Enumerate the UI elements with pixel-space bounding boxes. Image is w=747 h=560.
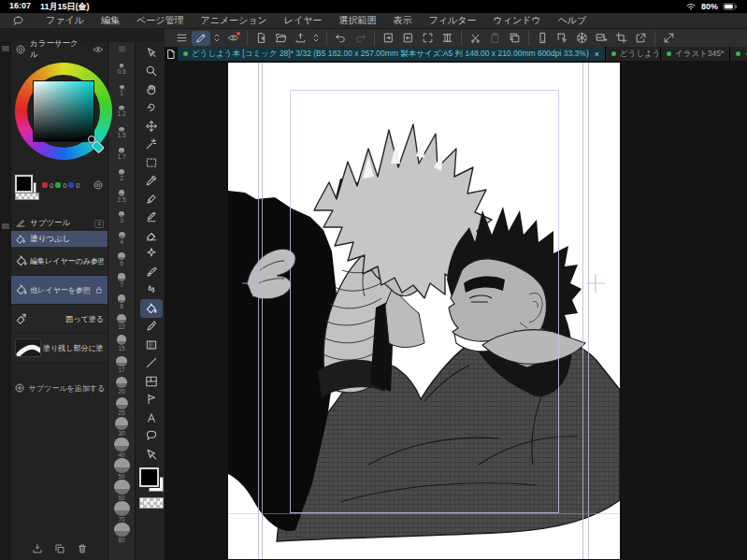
eye-toggle-icon[interactable] xyxy=(93,44,104,55)
transparent-color-swatch[interactable] xyxy=(139,497,164,509)
tool-operation[interactable] xyxy=(140,44,163,63)
export-icon[interactable] xyxy=(291,31,309,46)
crop-frame-icon[interactable] xyxy=(418,31,437,46)
tab-active-document[interactable]: どうしよう本 [コミック 28]* 3/32 (B5 182.00 x 257.… xyxy=(178,47,606,61)
brush-size-2[interactable]: 2 xyxy=(119,160,124,181)
device-icon[interactable] xyxy=(533,31,552,46)
toolstrip-color-swatch[interactable] xyxy=(139,467,164,492)
hue-marker[interactable] xyxy=(91,140,105,154)
add-subtool-button[interactable]: サブツールを追加する xyxy=(11,376,108,400)
tool-decoration[interactable] xyxy=(140,245,163,264)
menu-item-選択範囲[interactable]: 選択範囲 xyxy=(331,13,385,28)
tool-frame[interactable] xyxy=(140,372,163,391)
menu-item-アニメーション[interactable]: アニメーション xyxy=(192,13,275,28)
menu-item-ページ管理[interactable]: ページ管理 xyxy=(128,13,192,28)
menu-item-ファイル[interactable]: ファイル xyxy=(37,13,93,28)
tool-gradient[interactable] xyxy=(140,336,163,354)
new-page-icon[interactable] xyxy=(251,31,270,46)
brush-size-1[interactable]: 1 xyxy=(120,75,124,96)
updown-chevron-icon[interactable] xyxy=(310,31,322,46)
undo-icon[interactable] xyxy=(331,31,350,46)
foreground-background-swatch[interactable] xyxy=(15,175,36,195)
add-image-icon[interactable] xyxy=(592,31,611,46)
brush-size-60[interactable]: 60 xyxy=(114,480,130,501)
saturation-value-square[interactable] xyxy=(34,81,93,141)
tool-eyedropper[interactable] xyxy=(140,172,163,191)
brush-size-30[interactable]: 30 xyxy=(115,416,128,438)
tool-move[interactable] xyxy=(140,117,163,136)
tool-text[interactable] xyxy=(140,409,163,427)
brush-size-20[interactable]: 20 xyxy=(116,373,127,395)
tab-2[interactable]: イラスト346* xyxy=(730,47,747,61)
tool-figure[interactable] xyxy=(140,354,163,373)
menu-item-編集[interactable]: 編集 xyxy=(93,13,128,28)
next-page-icon[interactable] xyxy=(379,31,397,46)
brush-size-15[interactable]: 15 xyxy=(117,330,127,352)
tool-polyline[interactable] xyxy=(140,391,163,409)
tool-brush[interactable] xyxy=(140,263,163,281)
tab-1[interactable]: イラスト345* xyxy=(661,47,730,61)
brush-size-12[interactable]: 12 xyxy=(117,309,126,331)
brush-size-6[interactable]: 6 xyxy=(118,245,125,266)
tool-grab[interactable] xyxy=(140,99,163,118)
color-wheel[interactable] xyxy=(11,57,108,171)
prev-page-icon[interactable] xyxy=(398,31,417,46)
share-icon[interactable] xyxy=(631,31,650,46)
brush-size-1.7[interactable]: 1.7 xyxy=(117,138,125,160)
duplicate-icon[interactable] xyxy=(54,543,65,554)
tool-zoom[interactable] xyxy=(140,63,163,81)
tool-pen[interactable] xyxy=(140,190,163,208)
brush-size-17[interactable]: 17 xyxy=(116,352,126,373)
gesture-eye-icon[interactable] xyxy=(223,31,242,46)
edit-pen-icon[interactable] xyxy=(192,31,210,46)
paste-icon[interactable] xyxy=(485,31,504,46)
menu-item-表示[interactable]: 表示 xyxy=(385,13,421,28)
tool-fill[interactable] xyxy=(140,299,163,318)
menu-item-レイヤー[interactable]: レイヤー xyxy=(276,13,331,28)
subtool-item-2[interactable]: 囲って塗る xyxy=(11,305,108,334)
brush-size-4[interactable]: 4 xyxy=(119,223,125,245)
brush-size-70[interactable]: 70 xyxy=(114,501,130,523)
subtool-item-1[interactable]: 他レイヤーを参照 xyxy=(11,276,108,305)
menu-item-ウィンドウ[interactable]: ウィンドウ xyxy=(484,13,549,28)
brush-size-80[interactable]: 80 xyxy=(114,523,130,544)
app-logo-icon[interactable] xyxy=(7,14,28,27)
brush-size-40[interactable]: 40 xyxy=(114,437,129,458)
tool-stream-line[interactable] xyxy=(140,445,163,464)
panel-drag-handle-icon[interactable] xyxy=(0,42,11,55)
subtool-item-3[interactable]: 塗り残し部分に塗る xyxy=(11,334,108,363)
menu-item-フィルター[interactable]: フィルター xyxy=(421,13,485,28)
deselect-icon[interactable] xyxy=(553,31,571,46)
tool-hand[interactable] xyxy=(140,80,163,99)
menu-item-ヘルプ[interactable]: ヘルプ xyxy=(550,13,596,28)
brush-size-0.6[interactable]: 0.6 xyxy=(117,53,125,75)
tool-balloon[interactable] xyxy=(140,427,163,446)
canvas-viewport[interactable] xyxy=(165,61,747,560)
color-wheel-icon[interactable] xyxy=(572,31,591,46)
brush-size-2.5[interactable]: 2.5 xyxy=(117,181,125,203)
brush-size-8[interactable]: 8 xyxy=(118,288,126,309)
subtool-item-0[interactable]: 編集レイヤーのみ参照 xyxy=(11,247,108,276)
tool-airbrush[interactable] xyxy=(140,208,163,227)
tool-blend[interactable] xyxy=(140,281,163,300)
tool-auto-select[interactable] xyxy=(140,136,163,154)
trash-icon[interactable] xyxy=(77,543,88,554)
import-icon[interactable] xyxy=(32,543,43,554)
close-tab-button[interactable]: × xyxy=(593,50,599,59)
fullscreen-icon[interactable] xyxy=(659,31,678,46)
brush-size-3[interactable]: 3 xyxy=(119,203,124,224)
redo-icon[interactable] xyxy=(351,31,369,46)
foreground-color-swatch[interactable] xyxy=(15,175,33,193)
copy-icon[interactable] xyxy=(505,31,524,46)
color-history-icon[interactable] xyxy=(93,179,104,191)
trim-icon[interactable] xyxy=(611,31,630,46)
brush-size-25[interactable]: 25 xyxy=(116,395,128,416)
open-folder-icon[interactable] xyxy=(271,31,290,46)
brush-size-1.2[interactable]: 1.2 xyxy=(117,96,125,118)
cut-icon[interactable] xyxy=(466,31,484,46)
brush-size-7[interactable]: 7 xyxy=(118,266,125,288)
tool-eraser[interactable] xyxy=(140,226,163,245)
foreground-color-swatch[interactable] xyxy=(139,467,159,487)
mesh-transform-icon[interactable] xyxy=(438,31,456,46)
panel-drag-handle-icon[interactable] xyxy=(0,220,11,233)
